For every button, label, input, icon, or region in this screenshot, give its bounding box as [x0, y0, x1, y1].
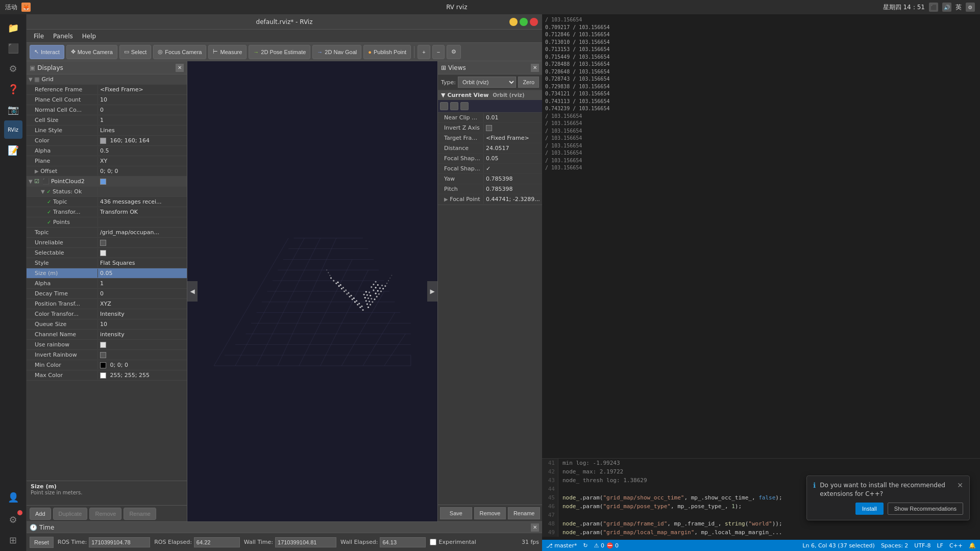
dock-icon-rviz[interactable]: RViz [4, 120, 22, 139]
remove-btn[interactable]: Remove [89, 508, 121, 520]
experimental-checkbox[interactable] [430, 539, 436, 545]
svg-point-81 [388, 280, 389, 281]
interact-btn[interactable]: ↖ Interact [30, 45, 64, 59]
publish-icon: ● [368, 49, 372, 55]
color-swatch[interactable] [100, 138, 106, 144]
wall-time-input[interactable] [275, 537, 336, 547]
dock-icon-files[interactable]: 📁 [4, 18, 22, 37]
install-extensions-btn[interactable]: Install [855, 503, 884, 515]
firefox-icon[interactable]: 🦊 [21, 3, 31, 12]
unreliable-checkbox[interactable] [100, 240, 106, 246]
duplicate-btn[interactable]: Duplicate [53, 508, 88, 520]
dock-icon-vscode[interactable]: 📝 [4, 141, 22, 159]
git-branch[interactable]: ⎇ master* [546, 542, 577, 549]
remove-view-btn[interactable]: Remove [474, 507, 506, 519]
view-nav-left[interactable]: ◀ [187, 281, 198, 302]
svg-point-83 [391, 275, 392, 276]
pose-estimate-btn[interactable]: → 2D Pose Estimate [249, 45, 310, 59]
views-type-select[interactable]: Orbit (rviz) [458, 77, 516, 88]
log-line: 0.743113 / 103.156654 [545, 98, 977, 106]
show-recommendations-btn[interactable]: Show Recommendations [888, 503, 963, 515]
dock-icon-user[interactable]: 👤 [4, 488, 22, 506]
svg-point-75 [340, 284, 341, 286]
use-rainbow-checkbox[interactable] [100, 342, 106, 348]
warnings-count: ⚠ 0 ⛔ 0 [594, 542, 619, 549]
log-line: / 103.156654 [545, 113, 977, 120]
prop-size[interactable]: Size (m) 0.05 [27, 268, 187, 279]
invertz-checkbox[interactable] [486, 125, 492, 131]
measure-btn[interactable]: ⊢ Measure [208, 45, 247, 59]
displays-tree[interactable]: ▼ ▦Grid Reference Frame <Fixed Frame> Pl… [27, 74, 187, 481]
svg-point-36 [369, 292, 370, 293]
reset-btn[interactable]: Reset [30, 537, 54, 548]
maximize-btn[interactable] [520, 18, 528, 26]
add-btn[interactable]: Add [30, 508, 51, 520]
move-camera-btn[interactable]: ✥ Move Camera [66, 45, 117, 59]
view-prop-targetframe: Target Fra… <Fixed Frame> [438, 133, 542, 143]
svg-point-53 [375, 281, 377, 283]
ros-elapsed-input[interactable] [194, 537, 240, 547]
ros-time-group: ROS Time: [58, 537, 150, 547]
menu-file[interactable]: File [30, 32, 48, 41]
dock-icon-terminal[interactable]: ⬛ [4, 39, 22, 57]
wall-elapsed-input[interactable] [380, 537, 426, 547]
time-close-btn[interactable]: ✕ [531, 523, 539, 532]
pointcloud2-checkbox[interactable] [100, 179, 106, 185]
zero-btn[interactable]: Zero [518, 77, 539, 88]
menu-help[interactable]: Help [78, 32, 100, 41]
rviz-main: ▣ Displays ✕ ▼ ▦Grid [27, 61, 542, 521]
svg-point-55 [359, 307, 361, 308]
publish-point-btn[interactable]: ● Publish Point [363, 45, 411, 59]
prop-channel-name: Channel Name intensity [27, 330, 187, 340]
prop-pos-transform: Position Transf... XYZ [27, 299, 187, 309]
max-color-swatch[interactable] [100, 372, 106, 379]
views-close-btn[interactable]: ✕ [531, 64, 539, 72]
min-color-swatch[interactable] [100, 362, 106, 368]
dock-icon-help[interactable]: ❓ [4, 80, 22, 98]
close-btn[interactable] [530, 18, 538, 26]
svg-point-61 [344, 290, 345, 292]
minimize-btn[interactable] [509, 18, 518, 26]
focus-camera-btn[interactable]: ◎ Focus Camera [153, 45, 206, 59]
settings-icon[interactable]: ⚙ [966, 3, 975, 12]
orbit-ctrl-1[interactable] [440, 102, 448, 110]
activities-btn[interactable]: 活动 [5, 3, 17, 12]
view-prop-pitch: Pitch 0.785398 [438, 184, 542, 194]
svg-point-45 [377, 290, 379, 291]
zoom-in-btn[interactable]: + [418, 45, 430, 59]
prop-cell-size: Cell Size 1 [27, 115, 187, 126]
notif-close-btn[interactable]: ✕ [957, 481, 963, 489]
select-btn[interactable]: ▭ Select [119, 45, 152, 59]
dock-icon-camera[interactable]: 📷 [4, 100, 22, 118]
svg-point-38 [365, 291, 367, 292]
settings-btn[interactable]: ⚙ [447, 45, 461, 59]
menu-panels[interactable]: Panels [49, 32, 77, 41]
svg-point-32 [368, 297, 369, 299]
dock-icon-grid[interactable]: ⊞ [4, 531, 22, 549]
dock-icon-apps[interactable]: ⚙ [4, 59, 22, 78]
svg-point-40 [378, 293, 380, 295]
rename-view-btn[interactable]: Rename [508, 507, 540, 519]
ros-time-input[interactable] [89, 537, 150, 547]
sync-icon[interactable]: ↻ [583, 542, 587, 549]
prop-points-sub: ✓ Points [27, 217, 187, 228]
prop-selectable: Selectable [27, 248, 187, 258]
zoom-out-btn[interactable]: − [432, 45, 445, 59]
invert-rainbow-checkbox[interactable] [100, 352, 106, 358]
view-nav-right[interactable]: ▶ [427, 281, 437, 302]
displays-close-btn[interactable]: ✕ [176, 64, 184, 72]
dock-icon-settings2[interactable]: ⚙ 1 [4, 510, 22, 529]
view-prop-focalshape2: Focal Shap… ✓ [438, 164, 542, 174]
svg-point-44 [375, 293, 377, 294]
3d-viewport[interactable]: ◀ ▶ [187, 61, 437, 521]
svg-point-68 [358, 303, 360, 304]
rename-btn[interactable]: Rename [124, 508, 156, 520]
nav-goal-btn[interactable]: → 2D Nav Goal [312, 45, 361, 59]
displays-buttons: Add Duplicate Remove Rename [27, 505, 187, 521]
selectable-checkbox[interactable] [100, 250, 106, 256]
log-line: / 103.156654 [545, 164, 977, 172]
save-view-btn[interactable]: Save [440, 507, 472, 519]
orbit-ctrl-3[interactable] [460, 102, 469, 110]
eol-display: LF [937, 542, 943, 549]
orbit-ctrl-2[interactable] [450, 102, 458, 110]
